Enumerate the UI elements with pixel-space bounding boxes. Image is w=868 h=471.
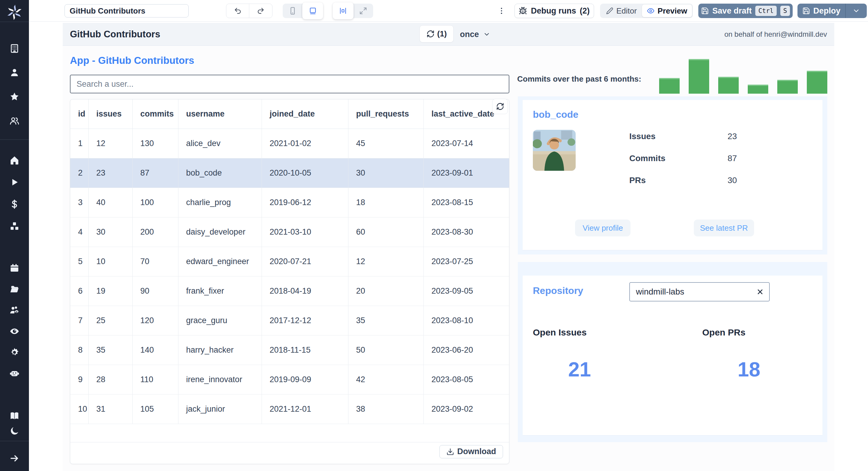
table-empty-band <box>70 424 509 442</box>
sidebar-item-folder-open-icon[interactable] <box>0 278 29 300</box>
repository-input-wrap <box>629 282 770 301</box>
undo-button[interactable] <box>226 4 249 18</box>
contributors-table: idissuescommitsusernamejoined_datepull_r… <box>70 99 509 424</box>
sidebar-item-arrow-right-icon[interactable] <box>0 450 29 466</box>
app-title-input[interactable] <box>64 4 189 18</box>
sidebar-group-main <box>0 149 29 237</box>
sidebar-item-robot-icon[interactable] <box>0 363 29 384</box>
table-cell: 2021-03-10 <box>261 217 348 247</box>
redo-button[interactable] <box>249 4 272 18</box>
table-cell: 2018-11-15 <box>261 335 348 365</box>
debug-runs-count: (2) <box>580 6 590 16</box>
sidebar-item-eye-icon[interactable] <box>0 321 29 342</box>
app-refresh-button[interactable]: (1) <box>420 25 454 42</box>
table-cell: 2023-09-02 <box>424 394 509 424</box>
laptop-icon <box>309 7 317 15</box>
table-row[interactable]: 835140harry_hacker2018-11-15502023-06-20 <box>70 335 509 365</box>
sidebar <box>0 0 29 471</box>
table-cell: 40 <box>88 188 132 217</box>
download-label: Download <box>457 447 496 456</box>
table-row[interactable]: 430200daisy_developer2021-03-10602023-08… <box>70 217 509 247</box>
deploy-options-button[interactable] <box>846 4 867 18</box>
chevron-down-icon <box>483 31 490 38</box>
sidebar-item-gear-icon[interactable] <box>0 342 29 363</box>
clear-repository-button[interactable] <box>755 287 766 297</box>
user-panel: bob_code <box>518 96 827 255</box>
repository-panel: Repository Open Issues Open PRs 21 18 <box>518 262 827 442</box>
table-row[interactable]: 1031105jack_junior2021-12-01382023-09-02 <box>70 394 509 424</box>
debug-runs-button[interactable]: Debug runs (2) <box>515 4 594 18</box>
schedule-select[interactable]: once <box>460 23 490 46</box>
user-card: bob_code <box>523 100 823 250</box>
sidebar-item-dollar-icon[interactable] <box>0 193 29 215</box>
sidebar-item-user-icon[interactable] <box>0 61 29 85</box>
debug-runs-label: Debug runs <box>531 6 576 16</box>
redo-icon <box>257 7 265 15</box>
column-header-id: id <box>70 99 88 129</box>
table-cell: bob_code <box>178 158 261 188</box>
open-issues-value: 21 <box>533 358 626 381</box>
center-layout-button[interactable] <box>333 2 353 19</box>
table-cell: 18 <box>348 188 424 217</box>
sidebar-item-users-icon[interactable] <box>0 109 29 133</box>
table-row[interactable]: 725120grace_guru2017-12-12352023-08-10 <box>70 306 509 335</box>
sidebar-item-star-icon[interactable] <box>0 85 29 109</box>
table-cell: 2023-09-01 <box>424 158 509 188</box>
save-icon <box>802 7 810 15</box>
layout-toggle-group <box>333 4 373 18</box>
download-button[interactable]: Download <box>439 445 503 458</box>
table-cell: 70 <box>132 247 178 276</box>
repository-input[interactable] <box>629 282 770 301</box>
table-cell: 110 <box>132 365 178 394</box>
stat-value: 30 <box>727 175 737 185</box>
table-cell: 30 <box>348 158 424 188</box>
table-cell: 7 <box>70 306 88 335</box>
desktop-view-button[interactable] <box>302 2 323 19</box>
pencil-icon <box>606 7 613 14</box>
stat-label: PRs <box>629 175 727 185</box>
open-prs-label: Open PRs <box>702 327 745 338</box>
sidebar-item-cubes-icon[interactable] <box>0 215 29 237</box>
sidebar-item-users-gear-icon[interactable] <box>0 300 29 321</box>
table-row[interactable]: 61990frank_fixer2018-04-19202023-09-05 <box>70 276 509 306</box>
align-center-icon <box>339 7 347 15</box>
deploy-button[interactable]: Deploy <box>798 4 845 18</box>
table-row[interactable]: 22387bob_code2020-10-05302023-09-01 <box>70 158 509 188</box>
schedule-value: once <box>460 30 479 39</box>
table-row[interactable]: 340100charlie_prog2019-06-12182023-08-15 <box>70 188 509 217</box>
table-cell: 2023-07-25 <box>424 247 509 276</box>
windmill-logo-icon[interactable] <box>0 3 29 22</box>
table-cell: 2021-12-01 <box>261 394 348 424</box>
contributors-table-container: idissuescommitsusernamejoined_datepull_r… <box>70 99 509 464</box>
sidebar-item-home-icon[interactable] <box>0 149 29 171</box>
app-refresh-count: (1) <box>437 29 447 38</box>
more-menu-button[interactable] <box>495 4 507 18</box>
sidebar-item-moon-icon[interactable] <box>0 424 29 438</box>
table-cell: 2019-09-09 <box>261 365 348 394</box>
sidebar-item-play-icon[interactable] <box>0 171 29 193</box>
sidebar-item-calendar-icon[interactable] <box>0 258 29 278</box>
table-cell: grace_guru <box>178 306 261 335</box>
fullwidth-layout-button[interactable] <box>353 4 373 18</box>
table-cell: 2023-08-15 <box>424 188 509 217</box>
search-input[interactable] <box>70 75 509 93</box>
table-row[interactable]: 112130alice_dev2021-01-02452023-07-14 <box>70 129 509 158</box>
table-cell: 2023-08-10 <box>424 306 509 335</box>
table-row[interactable]: 928110irene_innovator2019-09-09422023-08… <box>70 365 509 394</box>
sidebar-item-building-icon[interactable] <box>0 36 29 61</box>
table-row[interactable]: 51070edward_engineer2020-07-21122023-07-… <box>70 247 509 276</box>
preview-tab[interactable]: Preview <box>642 4 692 17</box>
table-cell: frank_fixer <box>178 276 261 306</box>
editor-tab[interactable]: Editor <box>601 4 642 17</box>
sidebar-item-book-open-icon[interactable] <box>0 408 29 424</box>
view-profile-button[interactable]: View profile <box>575 220 630 236</box>
table-cell: 2018-04-19 <box>261 276 348 306</box>
table-cell: 2023-08-30 <box>424 217 509 247</box>
table-cell: 2023-07-14 <box>424 129 509 158</box>
see-latest-pr-button[interactable]: See latest PR <box>694 220 754 236</box>
table-cell: 2021-01-02 <box>261 129 348 158</box>
save-draft-button[interactable]: Save draft Ctrl S <box>698 4 793 18</box>
table-refresh-button[interactable] <box>492 99 508 114</box>
mobile-view-button[interactable] <box>283 4 302 18</box>
table-cell: 42 <box>348 365 424 394</box>
